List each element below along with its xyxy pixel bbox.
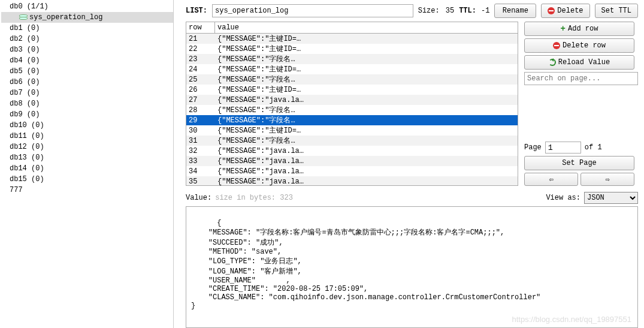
cell-value: {"MESSAGE":"java.la… — [215, 157, 518, 165]
cell-row-number: 25 — [186, 76, 215, 84]
cell-row-number: 31 — [186, 137, 215, 145]
tree-item-db[interactable]: db7 (0) — [1, 88, 173, 98]
tree-item-db[interactable]: db0 (1/1) — [1, 1, 173, 12]
list-label: LIST: — [186, 7, 207, 15]
cell-row-number: 35 — [186, 177, 215, 186]
table-row[interactable]: 30{"MESSAGE":"主键ID=… — [186, 125, 518, 136]
tree-item-db[interactable]: db5 (0) — [1, 66, 173, 77]
delete-button[interactable]: Delete — [541, 4, 589, 18]
cell-row-number: 33 — [186, 157, 215, 165]
tree-item-db[interactable]: db3 (0) — [1, 44, 173, 55]
ttl-label: TTL: — [459, 7, 476, 15]
table-row[interactable]: 35{"MESSAGE":"java.la… — [186, 176, 518, 186]
cell-value: {"MESSAGE":"java.la… — [215, 147, 518, 155]
page-label: Page — [524, 143, 542, 152]
cell-value: {"MESSAGE":"字段名… — [215, 54, 518, 64]
rename-button[interactable]: Rename — [494, 4, 536, 18]
view-as-label: View as: — [546, 194, 580, 202]
cell-row-number: 21 — [186, 35, 215, 43]
cell-row-number: 29 — [186, 116, 215, 125]
cell-value: {"MESSAGE":"主键ID=… — [215, 85, 518, 95]
cell-value: {"MESSAGE":"字段名… — [215, 105, 518, 115]
cell-value: {"MESSAGE":"java.la… — [215, 177, 518, 186]
table-row[interactable]: 32{"MESSAGE":"java.la… — [186, 146, 518, 156]
cell-row-number: 22 — [186, 45, 215, 53]
tree-item-db[interactable]: db13 (0) — [1, 152, 173, 163]
value-label: Value: — [186, 194, 211, 202]
size-value: 35 — [446, 7, 454, 15]
table-row[interactable]: 31{"MESSAGE":"字段名… — [186, 136, 518, 146]
table-row[interactable]: 23{"MESSAGE":"字段名… — [186, 54, 518, 64]
page-of-label: of 1 — [585, 143, 602, 152]
tree-item-db[interactable]: db10 (0) — [1, 120, 173, 131]
table-row[interactable]: 24{"MESSAGE":"主键ID=… — [186, 64, 518, 74]
table-row[interactable]: 26{"MESSAGE":"主键ID=… — [186, 85, 518, 95]
tree-item-db[interactable]: db15 (0) — [1, 174, 173, 185]
db-tree: db0 (1/1)sys_operation_logdb1 (0)db2 (0)… — [0, 0, 174, 328]
table-row[interactable]: 27{"MESSAGE":"java.la… — [186, 95, 518, 105]
key-name-input[interactable] — [212, 4, 413, 17]
tree-item-db[interactable]: db14 (0) — [1, 163, 173, 174]
tree-item-db[interactable]: db11 (0) — [1, 131, 173, 142]
cell-row-number: 30 — [186, 127, 215, 135]
cell-value: {"MESSAGE":"java.la… — [215, 96, 518, 104]
tree-item-db[interactable]: db1 (0) — [1, 23, 173, 34]
tree-item-key[interactable]: sys_operation_log — [1, 12, 173, 23]
tree-item-db[interactable]: db12 (0) — [1, 142, 173, 152]
cell-row-number: 27 — [186, 96, 215, 104]
cell-value: {"MESSAGE":"主键ID=… — [215, 44, 518, 54]
tree-footer: 777 — [1, 185, 173, 195]
grid-body[interactable]: 21{"MESSAGE":"主键ID=…22{"MESSAGE":"主键ID=…… — [186, 34, 518, 186]
cell-row-number: 28 — [186, 106, 215, 115]
key-icon — [19, 14, 28, 20]
value-viewer[interactable]: { "MESSAGE": "字段名称:客户编号=青岛市气象防雷中心;;;字段名称… — [186, 206, 638, 328]
cell-row-number: 23 — [186, 55, 215, 64]
table-row[interactable]: 21{"MESSAGE":"主键ID=… — [186, 34, 518, 44]
cell-value: {"MESSAGE":"字段名… — [215, 115, 518, 125]
reload-value-button[interactable]: Reload Value — [524, 55, 634, 70]
value-size-hint: size in bytes: 323 — [215, 194, 293, 202]
page-next-button[interactable]: ⇨ — [580, 173, 634, 186]
cell-row-number: 34 — [186, 167, 215, 176]
view-as-select[interactable]: JSON — [584, 192, 638, 204]
cell-value: {"MESSAGE":"字段名… — [215, 74, 518, 85]
ttl-value: -1 — [481, 7, 489, 15]
search-input[interactable] — [524, 72, 638, 85]
watermark: https://blog.csdn.net/qq_19897551 — [512, 315, 632, 324]
cell-row-number: 24 — [186, 65, 215, 74]
page-number-input[interactable] — [545, 142, 581, 154]
table-row[interactable]: 25{"MESSAGE":"字段名… — [186, 74, 518, 85]
table-row[interactable]: 22{"MESSAGE":"主键ID=… — [186, 44, 518, 54]
cell-value: {"MESSAGE":"主键ID=… — [215, 125, 518, 136]
cell-value: {"MESSAGE":"字段名… — [215, 136, 518, 146]
values-grid: row value 21{"MESSAGE":"主键ID=…22{"MESSAG… — [186, 22, 518, 186]
cell-value: {"MESSAGE":"java.la… — [215, 167, 518, 176]
set-page-button[interactable]: Set Page — [524, 156, 634, 170]
tree-item-db[interactable]: db6 (0) — [1, 77, 173, 88]
page-prev-button[interactable]: ⇦ — [524, 173, 578, 186]
col-header-row[interactable]: row — [186, 22, 215, 33]
tree-item-db[interactable]: db8 (0) — [1, 98, 173, 109]
set-ttl-button[interactable]: Set TTL — [595, 4, 638, 18]
add-row-button[interactable]: +Add row — [524, 22, 634, 36]
tree-item-db[interactable]: db9 (0) — [1, 109, 173, 120]
delete-icon — [548, 7, 555, 14]
col-header-value[interactable]: value — [215, 22, 518, 33]
cell-row-number: 32 — [186, 147, 215, 155]
table-row[interactable]: 29{"MESSAGE":"字段名… — [186, 115, 518, 125]
table-row[interactable]: 33{"MESSAGE":"java.la… — [186, 156, 518, 166]
reload-icon — [549, 59, 556, 66]
delete-icon — [553, 42, 560, 49]
table-row[interactable]: 28{"MESSAGE":"字段名… — [186, 105, 518, 115]
size-label: Size: — [418, 7, 440, 15]
plus-icon: + — [561, 25, 566, 32]
cell-row-number: 26 — [186, 86, 215, 94]
cell-value: {"MESSAGE":"主键ID=… — [215, 34, 518, 44]
delete-row-button[interactable]: Delete row — [524, 38, 634, 53]
tree-item-db[interactable]: db2 (0) — [1, 34, 173, 44]
tree-item-db[interactable]: db4 (0) — [1, 55, 173, 66]
table-row[interactable]: 34{"MESSAGE":"java.la… — [186, 166, 518, 176]
cell-value: {"MESSAGE":"主键ID=… — [215, 64, 518, 74]
value-text: { "MESSAGE": "字段名称:客户编号=青岛市气象防雷中心;;;字段名称… — [191, 219, 540, 310]
